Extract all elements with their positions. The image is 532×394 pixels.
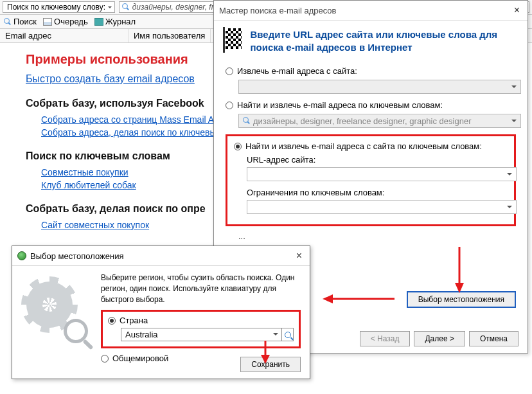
search-mode-dropdown[interactable]: Поиск по ключевому слову:	[3, 1, 115, 13]
tab-queue[interactable]: Очередь	[43, 17, 88, 26]
wizard-buttons: < Назад Далее > Отмена	[360, 331, 519, 346]
col-username[interactable]: Имя пользователя	[129, 29, 211, 42]
wizard-body: Извлечь e-mail адреса с сайта: Найти и и…	[214, 60, 528, 244]
site-url-input[interactable]	[247, 167, 517, 181]
search-icon	[122, 3, 130, 11]
col-email[interactable]: Email адрес	[0, 29, 129, 42]
cancel-button[interactable]: Отмена	[469, 331, 519, 346]
restrict-sublabel: Ограничения по ключевым словам:	[247, 188, 508, 197]
radio-find-by-keywords[interactable]: Найти и извлечь e-mail адреса по ключевы…	[226, 100, 516, 110]
radio-label: Найти и извлечь e-mail адреса по ключевы…	[237, 100, 443, 110]
tab-label: Очередь	[54, 17, 88, 26]
location-dialog: Выбор местоположения × Выберите регион, …	[12, 246, 310, 379]
journal-icon	[94, 18, 103, 26]
tab-journal[interactable]: Журнал	[94, 17, 136, 26]
wizard-titlebar: Мастер поиска e-mail адресов ×	[214, 1, 528, 21]
checkered-flag-icon	[226, 28, 242, 49]
keywords-combo[interactable]: дизайнеры, designer, freelance designer,…	[238, 114, 521, 128]
radio-label: Страна	[120, 316, 148, 325]
close-icon[interactable]: ×	[294, 250, 305, 262]
radio-label: Извлечь e-mail адреса с сайта:	[237, 66, 357, 76]
url-sublabel: URL-адрес сайта:	[247, 155, 508, 165]
radio-icon-checked	[234, 143, 242, 150]
chevron-down-icon	[507, 173, 512, 178]
save-button[interactable]: Сохранить	[240, 357, 301, 372]
radio-country[interactable]: Страна	[108, 316, 294, 325]
radio-icon	[101, 355, 109, 363]
search-icon	[243, 117, 251, 125]
chevron-down-icon	[511, 120, 517, 125]
highlight-box-main: Найти и извлечь e-mail адреса с сайта по…	[226, 134, 516, 226]
radio-icon	[226, 67, 233, 75]
country-value: Australia	[125, 330, 158, 339]
close-icon[interactable]: ×	[511, 4, 522, 16]
radio-label: Найти и извлечь e-mail адреса с сайта по…	[245, 141, 482, 151]
choose-location-button[interactable]: Выбор местоположения	[407, 291, 516, 308]
gear-search-illustration	[21, 276, 92, 347]
location-titlebar: Выбор местоположения ×	[12, 246, 310, 266]
tab-label: Поиск	[13, 17, 37, 26]
chevron-down-icon	[507, 206, 512, 211]
combo-placeholder: дизайнеры, designer, freelance designer,…	[253, 116, 471, 126]
wizard-header: Введите URL адрес сайта или ключевые сло…	[214, 21, 528, 60]
radio-site-plus-keywords[interactable]: Найти и извлечь e-mail адреса с сайта по…	[234, 141, 508, 151]
globe-icon	[17, 251, 26, 260]
location-title-text: Выбор местоположения	[30, 251, 123, 261]
chevron-down-icon	[273, 333, 278, 338]
search-icon	[4, 18, 12, 26]
wizard-heading: Введите URL адрес сайта или ключевые сло…	[251, 28, 516, 53]
location-description: Выберите регион, чтобы сузить область по…	[101, 273, 301, 305]
back-button[interactable]: < Назад	[360, 331, 411, 346]
radio-icon	[226, 102, 233, 109]
wizard-title-text: Мастер поиска e-mail адресов	[219, 6, 337, 15]
search-icon	[285, 332, 291, 338]
location-ellipsis: ...	[238, 231, 516, 241]
radio-icon-checked	[108, 317, 116, 325]
radio-label: Общемировой	[112, 354, 168, 363]
queue-icon	[43, 18, 52, 26]
highlight-box-country: Страна Australia	[101, 310, 301, 348]
chevron-down-icon	[511, 85, 517, 91]
site-url-combo[interactable]	[238, 80, 521, 94]
country-select-row: Australia	[121, 328, 294, 341]
tab-label: Журнал	[105, 17, 136, 26]
next-button[interactable]: Далее >	[414, 331, 465, 346]
restrict-keywords-input[interactable]	[247, 200, 517, 214]
tab-search[interactable]: Поиск	[4, 17, 37, 26]
radio-extract-site[interactable]: Извлечь e-mail адреса с сайта:	[226, 66, 516, 76]
country-select[interactable]: Australia	[121, 328, 282, 341]
country-picker-button[interactable]	[282, 328, 294, 341]
